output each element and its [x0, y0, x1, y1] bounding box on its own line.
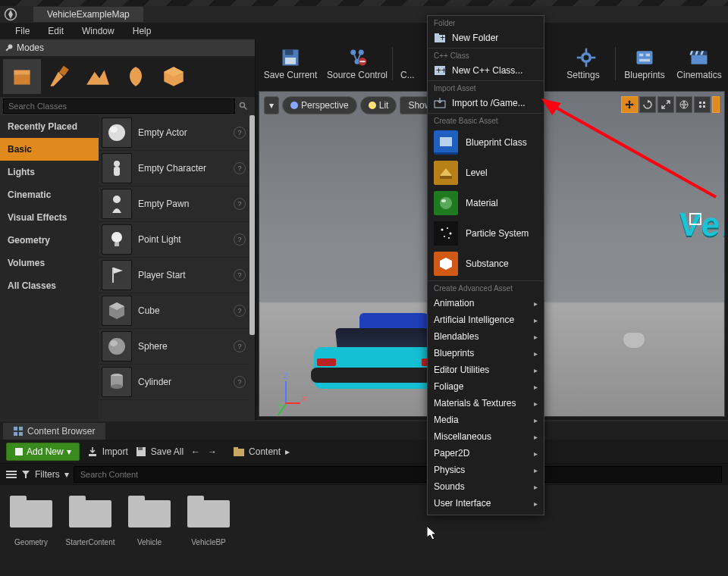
svg-line-5 [244, 107, 247, 110]
save-all-button[interactable]: Save All [136, 446, 184, 457]
svg-rect-12 [115, 243, 119, 246]
camera-speed-button[interactable] [712, 96, 720, 113]
transform-rotate-button[interactable] [639, 96, 656, 113]
toolbar-source-control[interactable]: Source Control [324, 41, 391, 86]
actor-empty-character[interactable]: Empty Character ? [99, 151, 249, 186]
folder-vehicle[interactable]: Vehicle [126, 496, 173, 546]
snap-button[interactable] [694, 96, 711, 113]
actor-sphere[interactable]: Sphere ? [99, 329, 249, 365]
ctx-media[interactable]: Media▸ [428, 412, 544, 428]
cat-visual-effects[interactable]: Visual Effects [0, 206, 99, 229]
ctx-material[interactable]: Material [428, 188, 544, 218]
axis-gizmo: Z X Y [275, 377, 305, 407]
svg-rect-68 [89, 454, 96, 456]
breadcrumb[interactable]: Content ▸ [234, 446, 290, 457]
info-icon[interactable]: ? [234, 127, 246, 139]
ctx-ai[interactable]: Artificial Intelligence▸ [428, 311, 544, 328]
actor-empty-pawn[interactable]: Empty Pawn ? [99, 186, 249, 222]
toolbar-blueprints[interactable]: Blueprints [617, 41, 672, 86]
particle-icon [434, 221, 458, 246]
actor-point-light[interactable]: Point Light ? [99, 222, 249, 258]
ctx-materials-textures[interactable]: Materials & Textures▸ [428, 395, 544, 412]
search-classes-input[interactable] [3, 99, 235, 114]
ctx-blendables[interactable]: Blendables▸ [428, 328, 544, 345]
scrollbar[interactable] [249, 115, 255, 335]
filters-button[interactable]: Filters▾ [21, 469, 69, 480]
info-icon[interactable]: ? [234, 198, 246, 210]
viewport-lit-button[interactable]: Lit [360, 96, 397, 114]
ctx-editor-util[interactable]: Editor Utilities▸ [428, 362, 544, 378]
actor-empty-actor[interactable]: Empty Actor ? [99, 115, 249, 151]
info-icon[interactable]: ? [234, 340, 246, 352]
cat-volumes[interactable]: Volumes [0, 252, 99, 274]
ctx-user-interface[interactable]: User Interface▸ [428, 495, 544, 512]
info-icon[interactable]: ? [234, 305, 246, 317]
ctx-particle-system[interactable]: Particle System [428, 218, 544, 249]
ctx-substance[interactable]: Substance [428, 249, 544, 279]
search-icon[interactable] [235, 99, 252, 114]
nav-back-button[interactable]: ← [191, 446, 200, 457]
ctx-foliage[interactable]: Foliage▸ [428, 378, 544, 395]
ctx-new-cpp-class[interactable]: ++ New C++ Class... [428, 62, 544, 79]
cat-all-classes[interactable]: All Classes [0, 274, 99, 297]
cat-basic[interactable]: Basic [0, 138, 99, 161]
mode-paint[interactable] [41, 59, 79, 94]
actor-cube[interactable]: Cube ? [99, 293, 249, 329]
menu-window[interactable]: Window [73, 23, 124, 39]
toolbar-settings[interactable]: Settings [559, 41, 613, 86]
modes-header: Modes [0, 39, 255, 56]
toolbar-save[interactable]: Save Current [257, 41, 324, 86]
info-icon[interactable]: ? [234, 162, 246, 174]
mode-geometry[interactable] [155, 59, 193, 94]
actor-cylinder[interactable]: Cylinder ? [99, 365, 249, 400]
menu-help[interactable]: Help [124, 23, 161, 39]
ctx-level[interactable]: Level [428, 158, 544, 188]
cat-cinematic[interactable]: Cinematic [0, 183, 99, 206]
info-icon[interactable]: ? [234, 269, 246, 281]
info-icon[interactable]: ? [234, 233, 246, 246]
menu-edit[interactable]: Edit [39, 23, 73, 39]
level-tab[interactable]: VehicleExampleMap [33, 7, 143, 22]
folder-startercontent[interactable]: StarterContent [67, 496, 114, 546]
mode-foliage[interactable] [117, 59, 155, 94]
ctx-sounds[interactable]: Sounds▸ [428, 478, 544, 495]
coord-space-button[interactable] [676, 96, 692, 113]
content-browser-tab[interactable]: Content Browser [3, 423, 105, 440]
viewport-menu-button[interactable]: ▾ [264, 96, 279, 114]
toolbar-cinematics[interactable]: Cinematics [672, 41, 726, 86]
ctx-physics[interactable]: Physics▸ [428, 462, 544, 478]
ctx-animation[interactable]: Animation▸ [428, 295, 544, 311]
toolbar-cinematics-label: Cinematics [676, 70, 721, 80]
mode-landscape[interactable] [79, 59, 117, 94]
add-new-button[interactable]: Add New ▾ [6, 443, 80, 461]
actor-player-start[interactable]: Player Start ? [99, 258, 249, 293]
ctx-blueprint-class[interactable]: Blueprint Class [428, 127, 544, 158]
nav-forward-button[interactable]: → [208, 446, 217, 457]
cat-lights[interactable]: Lights [0, 161, 99, 183]
toolbar-content[interactable]: C... [394, 41, 425, 86]
folder-vehiclebp[interactable]: VehicleBP [185, 496, 232, 546]
ctx-paper2d[interactable]: Paper2D▸ [428, 445, 544, 462]
cat-recently-placed[interactable]: Recently Placed [0, 115, 99, 138]
menu-file[interactable]: File [6, 23, 39, 39]
ctx-new-folder[interactable]: + New Folder [428, 30, 544, 46]
view-options-button[interactable] [6, 470, 17, 479]
transform-scale-button[interactable] [657, 96, 674, 113]
folder-geometry[interactable]: Geometry [8, 496, 55, 546]
content-browser-grid[interactable]: Geometry StarterContent Vehicle VehicleB… [0, 485, 728, 576]
import-button[interactable]: Import [87, 446, 128, 457]
info-icon[interactable]: ? [234, 376, 246, 388]
svg-rect-64 [19, 427, 23, 430]
cat-geometry[interactable]: Geometry [0, 229, 99, 252]
viewport-perspective-button[interactable]: Perspective [282, 96, 357, 114]
search-content-input[interactable] [74, 466, 722, 483]
svg-rect-73 [6, 471, 17, 472]
flag-icon [102, 260, 132, 290]
ctx-misc[interactable]: Miscellaneous▸ [428, 428, 544, 445]
transform-move-button[interactable] [621, 96, 638, 113]
sphere-icon [102, 331, 132, 362]
mode-place[interactable] [3, 59, 41, 94]
ctx-blueprints-adv[interactable]: Blueprints▸ [428, 345, 544, 362]
ctx-import-to-game[interactable]: Import to /Game... [428, 95, 544, 111]
svg-rect-47 [435, 33, 439, 36]
